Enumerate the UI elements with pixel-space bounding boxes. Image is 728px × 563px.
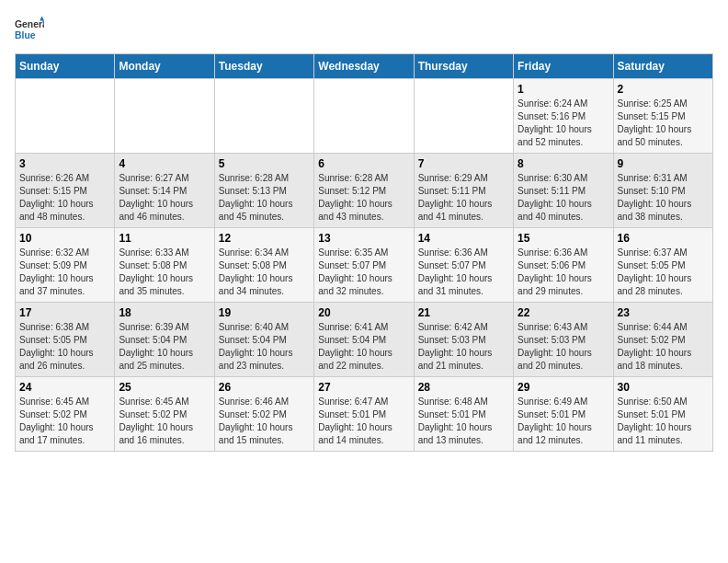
- day-number: 14: [418, 232, 509, 245]
- day-info: Sunrise: 6:42 AM Sunset: 5:03 PM Dayligh…: [418, 321, 509, 373]
- calendar-cell: 21Sunrise: 6:42 AM Sunset: 5:03 PM Dayli…: [414, 303, 513, 377]
- day-of-week-header: Sunday: [16, 54, 115, 79]
- calendar-cell: [16, 79, 115, 154]
- day-info: Sunrise: 6:50 AM Sunset: 5:01 PM Dayligh…: [618, 396, 709, 447]
- calendar-cell: 24Sunrise: 6:45 AM Sunset: 5:02 PM Dayli…: [16, 377, 115, 452]
- calendar-week-row: 3Sunrise: 6:26 AM Sunset: 5:15 PM Daylig…: [16, 154, 713, 228]
- day-info: Sunrise: 6:37 AM Sunset: 5:05 PM Dayligh…: [618, 247, 709, 298]
- calendar-cell: 30Sunrise: 6:50 AM Sunset: 5:01 PM Dayli…: [613, 377, 712, 452]
- day-number: 3: [19, 157, 110, 170]
- calendar-cell: 4Sunrise: 6:27 AM Sunset: 5:14 PM Daylig…: [115, 154, 214, 228]
- calendar-cell: 12Sunrise: 6:34 AM Sunset: 5:08 PM Dayli…: [214, 228, 313, 303]
- calendar-cell: [414, 79, 513, 154]
- day-info: Sunrise: 6:43 AM Sunset: 5:03 PM Dayligh…: [518, 321, 609, 373]
- calendar-header-row: SundayMondayTuesdayWednesdayThursdayFrid…: [16, 54, 713, 79]
- calendar-cell: 14Sunrise: 6:36 AM Sunset: 5:07 PM Dayli…: [414, 228, 513, 303]
- day-info: Sunrise: 6:40 AM Sunset: 5:04 PM Dayligh…: [219, 321, 310, 373]
- day-number: 15: [518, 232, 609, 245]
- svg-marker-2: [40, 17, 44, 21]
- day-info: Sunrise: 6:28 AM Sunset: 5:12 PM Dayligh…: [318, 172, 409, 224]
- calendar-week-row: 24Sunrise: 6:45 AM Sunset: 5:02 PM Dayli…: [16, 377, 713, 452]
- day-number: 10: [19, 232, 110, 245]
- svg-text:General: General: [15, 19, 44, 29]
- calendar-cell: 25Sunrise: 6:45 AM Sunset: 5:02 PM Dayli…: [115, 377, 214, 452]
- day-number: 2: [618, 83, 709, 96]
- calendar-cell: 5Sunrise: 6:28 AM Sunset: 5:13 PM Daylig…: [214, 154, 313, 228]
- day-info: Sunrise: 6:34 AM Sunset: 5:08 PM Dayligh…: [219, 247, 310, 298]
- svg-text:Blue: Blue: [15, 30, 36, 40]
- calendar-cell: 1Sunrise: 6:24 AM Sunset: 5:16 PM Daylig…: [514, 79, 613, 154]
- day-info: Sunrise: 6:30 AM Sunset: 5:11 PM Dayligh…: [518, 172, 609, 224]
- day-number: 22: [518, 306, 609, 319]
- day-info: Sunrise: 6:28 AM Sunset: 5:13 PM Dayligh…: [219, 172, 310, 224]
- day-number: 12: [219, 232, 310, 245]
- day-number: 24: [19, 381, 110, 394]
- day-info: Sunrise: 6:31 AM Sunset: 5:10 PM Dayligh…: [618, 172, 709, 224]
- day-number: 21: [418, 306, 509, 319]
- day-number: 6: [318, 157, 409, 170]
- day-info: Sunrise: 6:38 AM Sunset: 5:05 PM Dayligh…: [19, 321, 110, 373]
- calendar-cell: 11Sunrise: 6:33 AM Sunset: 5:08 PM Dayli…: [115, 228, 214, 303]
- calendar-week-row: 1Sunrise: 6:24 AM Sunset: 5:16 PM Daylig…: [16, 79, 713, 154]
- day-info: Sunrise: 6:49 AM Sunset: 5:01 PM Dayligh…: [518, 396, 609, 447]
- day-info: Sunrise: 6:24 AM Sunset: 5:16 PM Dayligh…: [518, 98, 609, 149]
- day-info: Sunrise: 6:27 AM Sunset: 5:14 PM Dayligh…: [119, 172, 210, 224]
- calendar-cell: 16Sunrise: 6:37 AM Sunset: 5:05 PM Dayli…: [613, 228, 712, 303]
- calendar-cell: 29Sunrise: 6:49 AM Sunset: 5:01 PM Dayli…: [514, 377, 613, 452]
- calendar-cell: 23Sunrise: 6:44 AM Sunset: 5:02 PM Dayli…: [613, 303, 712, 377]
- day-of-week-header: Tuesday: [214, 54, 313, 79]
- day-info: Sunrise: 6:32 AM Sunset: 5:09 PM Dayligh…: [19, 247, 110, 298]
- day-info: Sunrise: 6:29 AM Sunset: 5:11 PM Dayligh…: [418, 172, 509, 224]
- calendar-cell: 15Sunrise: 6:36 AM Sunset: 5:06 PM Dayli…: [514, 228, 613, 303]
- day-number: 11: [119, 232, 210, 245]
- page-header: General Blue: [15, 15, 713, 44]
- day-of-week-header: Saturday: [613, 54, 712, 79]
- calendar-cell: [314, 79, 414, 154]
- day-info: Sunrise: 6:39 AM Sunset: 5:04 PM Dayligh…: [119, 321, 210, 373]
- calendar-cell: 13Sunrise: 6:35 AM Sunset: 5:07 PM Dayli…: [314, 228, 414, 303]
- day-number: 28: [418, 381, 509, 394]
- day-number: 5: [219, 157, 310, 170]
- logo-icon: General Blue: [15, 15, 44, 44]
- calendar-cell: 2Sunrise: 6:25 AM Sunset: 5:15 PM Daylig…: [613, 79, 712, 154]
- day-of-week-header: Wednesday: [314, 54, 414, 79]
- calendar-cell: 8Sunrise: 6:30 AM Sunset: 5:11 PM Daylig…: [514, 154, 613, 228]
- calendar-cell: [214, 79, 313, 154]
- day-number: 29: [518, 381, 609, 394]
- day-number: 25: [119, 381, 210, 394]
- day-info: Sunrise: 6:45 AM Sunset: 5:02 PM Dayligh…: [19, 396, 110, 447]
- day-number: 4: [119, 157, 210, 170]
- calendar-cell: 10Sunrise: 6:32 AM Sunset: 5:09 PM Dayli…: [16, 228, 115, 303]
- calendar-week-row: 17Sunrise: 6:38 AM Sunset: 5:05 PM Dayli…: [16, 303, 713, 377]
- day-number: 26: [219, 381, 310, 394]
- day-number: 8: [518, 157, 609, 170]
- day-number: 30: [618, 381, 709, 394]
- day-number: 13: [318, 232, 409, 245]
- logo: General Blue: [15, 15, 44, 44]
- day-of-week-header: Friday: [514, 54, 613, 79]
- day-info: Sunrise: 6:47 AM Sunset: 5:01 PM Dayligh…: [318, 396, 409, 447]
- calendar-cell: 17Sunrise: 6:38 AM Sunset: 5:05 PM Dayli…: [16, 303, 115, 377]
- day-number: 16: [618, 232, 709, 245]
- calendar-cell: 9Sunrise: 6:31 AM Sunset: 5:10 PM Daylig…: [613, 154, 712, 228]
- day-number: 27: [318, 381, 409, 394]
- calendar-week-row: 10Sunrise: 6:32 AM Sunset: 5:09 PM Dayli…: [16, 228, 713, 303]
- calendar-cell: 26Sunrise: 6:46 AM Sunset: 5:02 PM Dayli…: [214, 377, 313, 452]
- day-info: Sunrise: 6:41 AM Sunset: 5:04 PM Dayligh…: [318, 321, 409, 373]
- calendar-cell: 19Sunrise: 6:40 AM Sunset: 5:04 PM Dayli…: [214, 303, 313, 377]
- calendar-cell: 28Sunrise: 6:48 AM Sunset: 5:01 PM Dayli…: [414, 377, 513, 452]
- day-info: Sunrise: 6:45 AM Sunset: 5:02 PM Dayligh…: [119, 396, 210, 447]
- day-number: 18: [119, 306, 210, 319]
- day-number: 23: [618, 306, 709, 319]
- calendar-cell: 7Sunrise: 6:29 AM Sunset: 5:11 PM Daylig…: [414, 154, 513, 228]
- calendar-body: 1Sunrise: 6:24 AM Sunset: 5:16 PM Daylig…: [16, 79, 713, 452]
- day-info: Sunrise: 6:25 AM Sunset: 5:15 PM Dayligh…: [618, 98, 709, 149]
- calendar-cell: 27Sunrise: 6:47 AM Sunset: 5:01 PM Dayli…: [314, 377, 414, 452]
- day-number: 9: [618, 157, 709, 170]
- calendar-cell: 22Sunrise: 6:43 AM Sunset: 5:03 PM Dayli…: [514, 303, 613, 377]
- calendar-cell: 3Sunrise: 6:26 AM Sunset: 5:15 PM Daylig…: [16, 154, 115, 228]
- day-of-week-header: Monday: [115, 54, 214, 79]
- day-number: 19: [219, 306, 310, 319]
- day-info: Sunrise: 6:35 AM Sunset: 5:07 PM Dayligh…: [318, 247, 409, 298]
- day-number: 1: [518, 83, 609, 96]
